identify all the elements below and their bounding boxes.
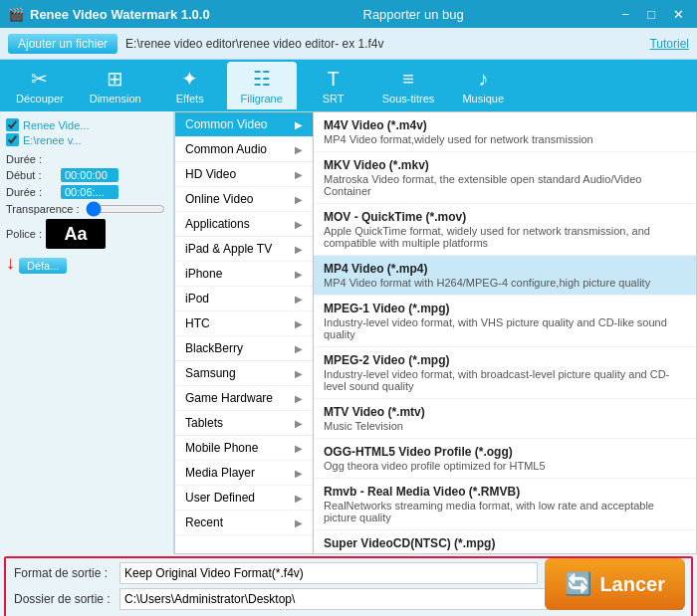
format-select[interactable] xyxy=(119,562,538,584)
format-name: MKV Video (*.mkv) xyxy=(324,158,686,172)
sous-titres-icon: ≡ xyxy=(402,68,414,91)
lancer-button[interactable]: 🔄 Lancer xyxy=(545,558,685,610)
defaut-button[interactable]: Défa... xyxy=(19,258,67,274)
decouper-icon: ✂ xyxy=(31,67,48,91)
category-item-common-audio[interactable]: Common Audio ▶ xyxy=(175,137,313,162)
dossier-label: Dossier de sortie : xyxy=(14,592,114,606)
transparence-row: Transparence : xyxy=(6,202,167,216)
format-item-mp4[interactable]: MP4 Video (*.mp4) MP4 Video format with … xyxy=(314,256,696,296)
category-item-common-video[interactable]: Common Video ▶ xyxy=(175,112,313,137)
category-item-applications[interactable]: Applications ▶ xyxy=(175,212,313,237)
category-item-tablets[interactable]: Tablets ▶ xyxy=(175,411,313,436)
minimize-button[interactable]: − xyxy=(617,6,635,23)
format-name: Super VideoCD(NTSC) (*.mpg) xyxy=(324,536,686,550)
format-item-mov[interactable]: MOV - QuickTime (*.mov) Apple QuickTime … xyxy=(314,204,696,256)
file-path-display: E:\renee video editor\renee video editor… xyxy=(125,37,641,51)
format-item-svcd[interactable]: Super VideoCD(NTSC) (*.mpg) Super VCD vi… xyxy=(314,530,696,554)
format-name: M4V Video (*.m4v) xyxy=(324,118,686,132)
tab-dimension-label: Dimension xyxy=(90,93,141,104)
chevron-right-icon: ▶ xyxy=(295,169,303,180)
title-bar-left: 🎬 Renee Video Watermark 1.0.0 xyxy=(8,7,210,22)
debut-input[interactable] xyxy=(61,168,118,182)
duree-row: Durée : xyxy=(6,153,167,165)
chevron-right-icon: ▶ xyxy=(295,368,303,379)
tab-srt[interactable]: T SRT xyxy=(299,62,368,109)
category-label: Samsung xyxy=(185,366,236,380)
format-name: MP4 Video (*.mp4) xyxy=(324,262,686,276)
format-name: Rmvb - Real Media Video (*.RMVB) xyxy=(324,485,686,499)
category-label: iPhone xyxy=(185,267,222,281)
format-name: MPEG-1 Video (*.mpg) xyxy=(324,302,686,315)
tab-effets[interactable]: ✦ Effets xyxy=(155,62,225,109)
file-checkbox-1[interactable] xyxy=(6,118,19,131)
category-label: Online Video xyxy=(185,192,254,206)
transparence-label: Transparence : xyxy=(6,203,86,215)
format-name: MOV - QuickTime (*.mov) xyxy=(324,210,686,224)
format-dropdown: Common Video ▶ Common Audio ▶ HD Video ▶… xyxy=(174,111,697,554)
duree-label: Durée : xyxy=(6,153,61,165)
category-item-game-hardware[interactable]: Game Hardware ▶ xyxy=(175,386,313,411)
app-title: Renee Video Watermark 1.0.0 xyxy=(30,7,210,22)
format-name: OGG-HTML5 Video Profile (*.ogg) xyxy=(324,445,686,459)
main-content: Renee Vide... E:\renee v... Durée : Débu… xyxy=(0,111,697,554)
close-button[interactable]: ✕ xyxy=(668,6,689,23)
category-item-samsung[interactable]: Samsung ▶ xyxy=(175,361,313,386)
tutoriel-link[interactable]: Tutoriel xyxy=(649,37,689,51)
chevron-right-icon: ▶ xyxy=(295,244,303,255)
category-label: HTC xyxy=(185,316,210,330)
category-item-user-defined[interactable]: User Defined ▶ xyxy=(175,486,313,511)
format-item-mpeg1[interactable]: MPEG-1 Video (*.mpg) Industry-level vide… xyxy=(314,296,696,347)
debut-label: Début : xyxy=(6,169,61,181)
category-label: Common Audio xyxy=(185,142,267,156)
chevron-right-icon: ▶ xyxy=(295,194,303,205)
police-row: Police : Aa xyxy=(6,219,167,249)
tab-filigrane[interactable]: ☷ Filigrane xyxy=(227,62,297,109)
tab-dimension[interactable]: ⊞ Dimension xyxy=(78,62,153,109)
list-item: Renee Vide... xyxy=(6,117,167,132)
format-item-ogg[interactable]: OGG-HTML5 Video Profile (*.ogg) Ogg theo… xyxy=(314,439,696,479)
lancer-label: Lancer xyxy=(599,573,665,596)
chevron-right-icon: ▶ xyxy=(295,144,303,155)
category-item-htc[interactable]: HTC ▶ xyxy=(175,311,313,336)
chevron-right-icon: ▶ xyxy=(295,517,303,528)
format-item-m4v[interactable]: M4V Video (*.m4v) MP4 Video format,widel… xyxy=(314,112,696,152)
format-item-rmvb[interactable]: Rmvb - Real Media Video (*.RMVB) RealNet… xyxy=(314,479,696,530)
srt-icon: T xyxy=(328,68,340,91)
category-item-online-video[interactable]: Online Video ▶ xyxy=(175,187,313,212)
add-file-button[interactable]: Ajouter un fichier xyxy=(8,34,117,54)
duree2-input[interactable] xyxy=(61,185,118,199)
left-panel: Renee Vide... E:\renee v... Durée : Débu… xyxy=(0,111,174,554)
chevron-right-icon: ▶ xyxy=(295,443,303,454)
tab-sous-titres[interactable]: ≡ Sous-titres xyxy=(370,62,447,109)
category-label: iPad & Apple TV xyxy=(185,242,272,256)
tab-decouper-label: Découper xyxy=(16,93,64,104)
format-name: MTV Video (*.mtv) xyxy=(324,405,686,419)
category-item-iphone[interactable]: iPhone ▶ xyxy=(175,262,313,287)
format-item-mtv[interactable]: MTV Video (*.mtv) Music Television xyxy=(314,399,696,439)
toolbar: ✂ Découper ⊞ Dimension ✦ Effets ☷ Filigr… xyxy=(0,60,697,111)
category-label: Game Hardware xyxy=(185,391,273,405)
chevron-right-icon: ▶ xyxy=(295,418,303,429)
chevron-right-icon: ▶ xyxy=(295,269,303,280)
tab-decouper[interactable]: ✂ Découper xyxy=(4,62,76,109)
format-desc: RealNetworks streaming media format, wit… xyxy=(324,500,686,523)
transparence-slider[interactable] xyxy=(86,202,165,216)
police-label: Police : xyxy=(6,228,46,240)
category-item-hd-video[interactable]: HD Video ▶ xyxy=(175,162,313,187)
file-checkbox-2[interactable] xyxy=(6,133,19,146)
list-item: E:\renee v... xyxy=(6,132,167,147)
category-item-ipad-apple-tv[interactable]: iPad & Apple TV ▶ xyxy=(175,237,313,262)
tab-sous-titres-label: Sous-titres xyxy=(382,93,435,104)
category-item-mobile-phone[interactable]: Mobile Phone ▶ xyxy=(175,436,313,461)
maximize-button[interactable]: □ xyxy=(642,6,660,23)
category-item-recent[interactable]: Recent ▶ xyxy=(175,511,313,535)
format-item-mkv[interactable]: MKV Video (*.mkv) Matroska Video format,… xyxy=(314,152,696,204)
duree2-label: Durée : xyxy=(6,186,61,198)
tab-musique[interactable]: ♪ Musique xyxy=(448,62,518,109)
category-item-media-player[interactable]: Media Player ▶ xyxy=(175,461,313,486)
category-item-blackberry[interactable]: BlackBerry ▶ xyxy=(175,336,313,361)
category-item-ipod[interactable]: iPod ▶ xyxy=(175,287,313,311)
duree2-row: Durée : xyxy=(6,185,167,199)
format-item-mpeg2[interactable]: MPEG-2 Video (*.mpg) Industry-level vide… xyxy=(314,347,696,399)
right-preview: reneelab.fr Common Video ▶ Common Audio … xyxy=(174,111,697,554)
